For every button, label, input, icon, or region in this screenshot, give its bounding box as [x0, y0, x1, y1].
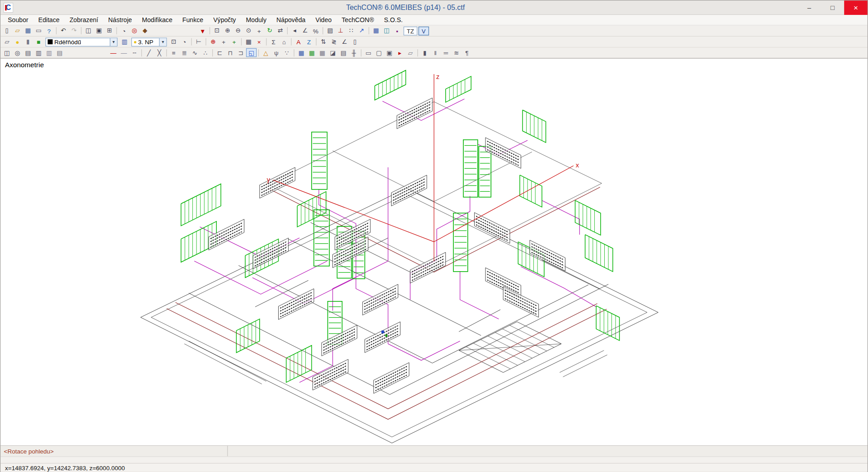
- maximize-button[interactable]: □: [821, 0, 845, 15]
- menu-item[interactable]: Soubor: [3, 15, 33, 24]
- pillar-icon[interactable]: ▮: [420, 48, 430, 57]
- line-red-icon[interactable]: —: [108, 48, 118, 57]
- close-button[interactable]: ×: [844, 0, 868, 15]
- zone-icon[interactable]: Z: [304, 37, 314, 46]
- zoom-extents-icon[interactable]: ⊙: [243, 26, 254, 35]
- percent-icon[interactable]: %: [310, 26, 321, 35]
- menu-item[interactable]: S.O.S.: [379, 15, 408, 24]
- clock-icon[interactable]: ◔: [119, 26, 129, 35]
- chart-icon[interactable]: ◪: [327, 48, 338, 57]
- drawing-canvas[interactable]: Axonometrie xyz: [0, 58, 867, 445]
- measure-angle-icon[interactable]: ∠: [300, 26, 310, 35]
- stairs-section-icon[interactable]: ≋: [451, 48, 462, 57]
- open-folder-icon[interactable]: ▱: [12, 26, 23, 35]
- zoom-out-icon[interactable]: ⊖: [233, 26, 243, 35]
- dots2-icon[interactable]: ∵: [281, 48, 292, 57]
- layer-combo[interactable]: Rděřňódű ▼: [46, 37, 118, 46]
- chevron-down-icon[interactable]: ▼: [159, 38, 166, 46]
- undo-icon[interactable]: ↶: [58, 26, 69, 35]
- previous-view-icon[interactable]: ◂: [289, 26, 300, 35]
- dots-icon[interactable]: ∴: [200, 48, 210, 57]
- axis-icon[interactable]: ⊥: [336, 26, 346, 35]
- new-file-icon[interactable]: ▯: [2, 26, 12, 35]
- stair3-icon[interactable]: ⊐: [236, 48, 246, 57]
- wave-icon[interactable]: ∿: [190, 48, 200, 57]
- menu-item[interactable]: Nástroje: [103, 15, 137, 24]
- line-gray-icon[interactable]: —: [119, 48, 129, 57]
- target-icon[interactable]: ◎: [129, 26, 140, 35]
- wrench-icon[interactable]: ⊢: [193, 37, 204, 46]
- machine-icon[interactable]: ■: [33, 37, 44, 46]
- pan-icon[interactable]: +: [254, 26, 264, 35]
- note2-icon[interactable]: ▤: [338, 48, 349, 57]
- insert-icon[interactable]: +: [229, 37, 239, 46]
- delete-icon[interactable]: ×: [254, 37, 264, 46]
- layers-icon[interactable]: ◫: [381, 26, 392, 35]
- menu-item[interactable]: Moduly: [241, 15, 271, 24]
- redo-icon[interactable]: ↷: [69, 26, 79, 35]
- panel-view-icon[interactable]: ▣: [93, 26, 104, 35]
- calc1-icon[interactable]: ▥: [33, 48, 44, 57]
- pillars-icon[interactable]: ‖: [430, 48, 440, 57]
- project-book-icon[interactable]: ▥: [119, 37, 130, 46]
- arrow-ne-icon[interactable]: ↗: [356, 26, 367, 35]
- line-dash-icon[interactable]: ╌: [129, 48, 140, 57]
- zoom-region-icon[interactable]: ⊡: [168, 37, 179, 46]
- hatch-fill-icon[interactable]: ▨: [325, 26, 335, 35]
- zoom-in-icon[interactable]: ⊕: [222, 26, 233, 35]
- panel1-icon[interactable]: ▭: [363, 48, 373, 57]
- support-icon[interactable]: ψ: [271, 48, 281, 57]
- card-icon[interactable]: ▣: [384, 48, 395, 57]
- flag-icon[interactable]: ▸: [395, 48, 405, 57]
- print-icon[interactable]: ▭: [33, 26, 44, 35]
- zoom-window-icon[interactable]: ⊡: [212, 26, 222, 35]
- tz-mode-button[interactable]: TZ: [403, 26, 417, 35]
- minimize-button[interactable]: –: [798, 0, 821, 15]
- column-icon[interactable]: ▯: [350, 37, 360, 46]
- structure-icon[interactable]: ╫: [349, 48, 359, 57]
- compass-icon[interactable]: ◔: [179, 37, 189, 46]
- table-plain-icon[interactable]: ▦: [317, 48, 327, 57]
- sheet3-icon[interactable]: ▱: [405, 48, 415, 57]
- move-icon[interactable]: +: [219, 37, 229, 46]
- table-icon[interactable]: ▦: [371, 26, 381, 35]
- paint-bucket-icon[interactable]: ◆: [140, 26, 150, 35]
- monitor-icon[interactable]: ▢: [373, 48, 384, 57]
- sort-down-icon[interactable]: ≷: [329, 37, 339, 46]
- hatch1-icon[interactable]: ≡: [168, 48, 179, 57]
- sheet-icon[interactable]: ▱: [2, 37, 12, 46]
- menu-item[interactable]: Nápověda: [271, 15, 310, 24]
- print-preview-icon[interactable]: ⊞: [104, 26, 115, 35]
- module-icon[interactable]: ▪: [392, 26, 402, 35]
- axonometric-drawing[interactable]: xyz: [0, 59, 867, 445]
- v-mode-button[interactable]: V: [418, 26, 429, 35]
- beam-icon[interactable]: ═: [441, 48, 451, 57]
- search-icon[interactable]: ◎: [12, 48, 23, 57]
- lock-icon[interactable]: ▮: [23, 37, 33, 46]
- sort-up-icon[interactable]: ⇅: [318, 37, 328, 46]
- menu-item[interactable]: TechCON®: [336, 15, 379, 24]
- menu-item[interactable]: Funkce: [177, 15, 208, 24]
- stair2-icon[interactable]: ⊓: [225, 48, 235, 57]
- letter-a-icon[interactable]: A: [293, 37, 303, 46]
- column2-icon[interactable]: ¶: [462, 48, 472, 57]
- stair1-icon[interactable]: ⊏: [215, 48, 225, 57]
- list-icon[interactable]: ▤: [54, 48, 65, 57]
- menu-item[interactable]: Zobrazení: [65, 15, 103, 24]
- refresh-icon[interactable]: ↻: [264, 26, 275, 35]
- save-icon[interactable]: ▦: [23, 26, 33, 35]
- table-green-icon[interactable]: ▦: [307, 48, 317, 57]
- menu-item[interactable]: Výpočty: [208, 15, 241, 24]
- tile-icon[interactable]: ◫: [2, 48, 12, 57]
- floor-combo[interactable]: ● 3. NP ▼: [131, 37, 167, 46]
- warning-icon[interactable]: △: [261, 48, 271, 57]
- diagonal-line-icon[interactable]: ╱: [144, 48, 154, 57]
- notes-icon[interactable]: ▤: [23, 48, 33, 57]
- corner-select-icon[interactable]: ◱: [246, 48, 257, 57]
- building-icon[interactable]: ⌂: [279, 37, 289, 46]
- table-blue-icon[interactable]: ▦: [296, 48, 306, 57]
- crosshair-icon[interactable]: ⊕: [208, 37, 218, 46]
- calc2-icon[interactable]: ▥: [44, 48, 54, 57]
- hatch2-icon[interactable]: ≣: [179, 48, 189, 57]
- grid-icon[interactable]: ▦: [243, 37, 254, 46]
